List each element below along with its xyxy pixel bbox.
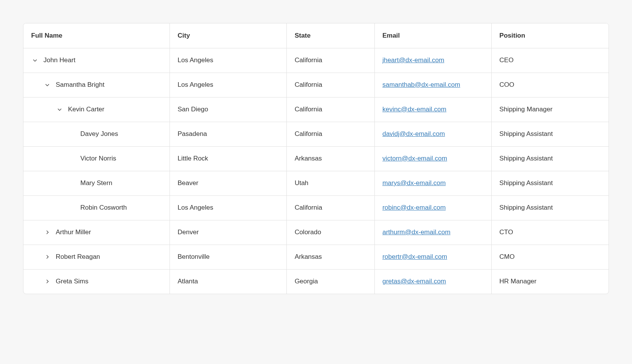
cell-position: Shipping Assistant (492, 146, 609, 171)
email-link[interactable]: samanthab@dx-email.com (383, 81, 460, 88)
cell-city: Atlanta (170, 269, 287, 294)
cell-state: California (287, 97, 374, 122)
row-name-text: Arthur Miller (56, 228, 91, 236)
cell-email: kevinc@dx-email.com (374, 97, 491, 122)
chevron-down-icon[interactable] (31, 56, 39, 64)
cell-state: Arkansas (287, 245, 374, 269)
cell-state: California (287, 122, 374, 146)
cell-email: victorn@dx-email.com (374, 146, 491, 171)
cell-full-name: Samantha Bright (23, 73, 170, 97)
chevron-down-icon[interactable] (56, 106, 63, 113)
cell-city: Los Angeles (170, 195, 287, 220)
chevron-down-icon[interactable] (43, 81, 51, 89)
cell-state: California (287, 73, 374, 97)
column-header-city[interactable]: City (170, 23, 287, 48)
tree-row[interactable]: Robin CosworthLos AngelesCaliforniarobin… (23, 195, 609, 220)
tree-row[interactable]: Kevin CarterSan DiegoCaliforniakevinc@dx… (23, 97, 609, 122)
tree-table: Full Name City State Email Position John… (23, 23, 609, 294)
cell-position: COO (492, 73, 609, 97)
cell-full-name: Davey Jones (23, 122, 170, 146)
row-name-text: Samantha Bright (56, 81, 105, 89)
cell-state: California (287, 48, 374, 73)
row-name-text: John Heart (43, 56, 75, 64)
cell-state: California (287, 195, 374, 220)
row-name-text: Mary Stern (80, 179, 112, 187)
cell-city: San Diego (170, 97, 287, 122)
cell-state: Arkansas (287, 146, 374, 171)
row-name-text: Kevin Carter (68, 106, 104, 113)
cell-email: marys@dx-email.com (374, 171, 491, 195)
cell-position: Shipping Assistant (492, 171, 609, 195)
cell-full-name: Arthur Miller (23, 220, 170, 245)
column-header-full-name[interactable]: Full Name (23, 23, 170, 48)
cell-position: CEO (492, 48, 609, 73)
cell-email: arthurm@dx-email.com (374, 220, 491, 245)
cell-state: Colorado (287, 220, 374, 245)
column-header-position[interactable]: Position (492, 23, 609, 48)
column-header-email[interactable]: Email (374, 23, 491, 48)
email-link[interactable]: robinc@dx-email.com (383, 204, 446, 211)
cell-email: samanthab@dx-email.com (374, 73, 491, 97)
cell-city: Little Rock (170, 146, 287, 171)
cell-email: jheart@dx-email.com (374, 48, 491, 73)
cell-position: Shipping Assistant (492, 122, 609, 146)
chevron-right-icon[interactable] (43, 278, 51, 285)
chevron-right-icon[interactable] (43, 253, 51, 261)
tree-row[interactable]: Robert ReaganBentonvilleArkansasrobertr@… (23, 245, 609, 269)
table-header: Full Name City State Email Position (23, 23, 609, 48)
tree-row[interactable]: Greta SimsAtlantaGeorgiagretas@dx-email.… (23, 269, 609, 294)
cell-city: Los Angeles (170, 73, 287, 97)
cell-position: Shipping Assistant (492, 195, 609, 220)
cell-email: davidj@dx-email.com (374, 122, 491, 146)
email-link[interactable]: davidj@dx-email.com (383, 130, 445, 137)
row-name-text: Robert Reagan (56, 253, 100, 261)
tree-row[interactable]: Arthur MillerDenverColoradoarthurm@dx-em… (23, 220, 609, 245)
email-link[interactable]: robertr@dx-email.com (383, 253, 447, 260)
cell-email: robertr@dx-email.com (374, 245, 491, 269)
email-link[interactable]: victorn@dx-email.com (383, 155, 447, 162)
email-link[interactable]: jheart@dx-email.com (383, 56, 444, 64)
cell-email: robinc@dx-email.com (374, 195, 491, 220)
cell-full-name: Robin Cosworth (23, 195, 170, 220)
cell-full-name: Victor Norris (23, 146, 170, 171)
cell-state: Utah (287, 171, 374, 195)
table-body: John HeartLos AngelesCaliforniajheart@dx… (23, 48, 609, 294)
column-header-state[interactable]: State (287, 23, 374, 48)
tree-row[interactable]: Samantha BrightLos AngelesCaliforniasama… (23, 73, 609, 97)
cell-city: Pasadena (170, 122, 287, 146)
cell-full-name: Greta Sims (23, 269, 170, 294)
cell-full-name: Mary Stern (23, 171, 170, 195)
cell-city: Denver (170, 220, 287, 245)
row-name-text: Greta Sims (56, 278, 88, 285)
email-link[interactable]: marys@dx-email.com (383, 179, 446, 187)
cell-full-name: Kevin Carter (23, 97, 170, 122)
tree-row[interactable]: Victor NorrisLittle RockArkansasvictorn@… (23, 146, 609, 171)
cell-position: HR Manager (492, 269, 609, 294)
email-link[interactable]: kevinc@dx-email.com (383, 106, 447, 113)
chevron-right-icon[interactable] (43, 228, 51, 236)
tree-row[interactable]: John HeartLos AngelesCaliforniajheart@dx… (23, 48, 609, 73)
tree-row[interactable]: Mary SternBeaverUtahmarys@dx-email.comSh… (23, 171, 609, 195)
row-name-text: Robin Cosworth (80, 204, 127, 212)
email-link[interactable]: arthurm@dx-email.com (383, 228, 451, 236)
tree-list: Full Name City State Email Position John… (23, 23, 609, 294)
cell-position: Shipping Manager (492, 97, 609, 122)
cell-full-name: Robert Reagan (23, 245, 170, 269)
cell-email: gretas@dx-email.com (374, 269, 491, 294)
cell-city: Los Angeles (170, 48, 287, 73)
row-name-text: Victor Norris (80, 155, 116, 162)
cell-position: CMO (492, 245, 609, 269)
tree-row[interactable]: Davey JonesPasadenaCaliforniadavidj@dx-e… (23, 122, 609, 146)
row-name-text: Davey Jones (80, 130, 118, 138)
cell-position: CTO (492, 220, 609, 245)
cell-city: Beaver (170, 171, 287, 195)
cell-full-name: John Heart (23, 48, 170, 73)
cell-state: Georgia (287, 269, 374, 294)
email-link[interactable]: gretas@dx-email.com (383, 278, 446, 285)
cell-city: Bentonville (170, 245, 287, 269)
